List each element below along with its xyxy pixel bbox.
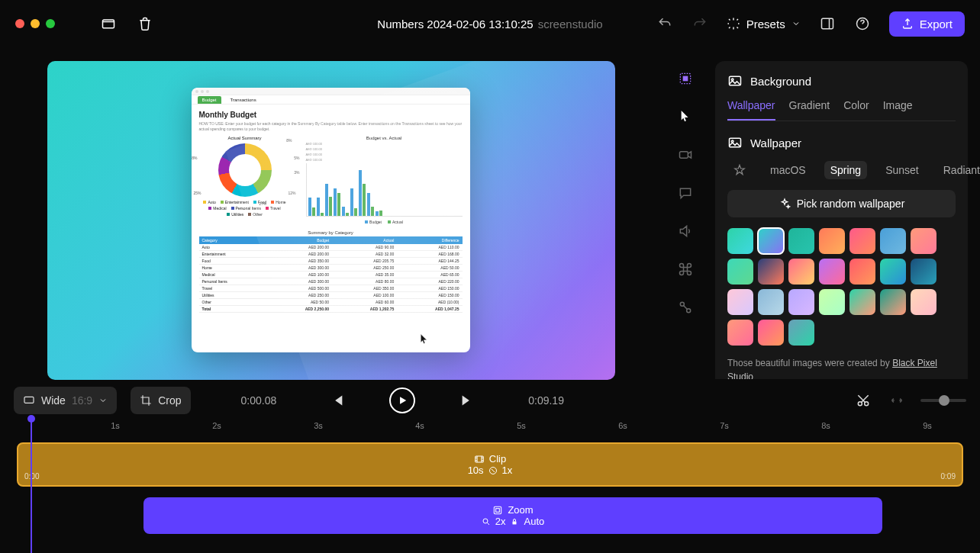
ruler-tick: 5s — [517, 421, 526, 430]
timeline: 1s2s3s4s5s6s7s8s9s Clip 10s 1x 0:00 0:09… — [0, 418, 980, 553]
wallpaper-cat-spring[interactable]: Spring — [824, 161, 867, 179]
crop-icon — [140, 394, 152, 407]
wallpaper-thumb[interactable] — [849, 259, 875, 285]
aspect-ratio-button[interactable]: Wide 16:9 — [14, 387, 117, 414]
donut-labels: 28% 8% 5% 3% 12% 17% 25% — [192, 134, 300, 206]
wallpaper-thumb[interactable] — [788, 228, 814, 254]
zoom-track: Zoom 2x Auto — [14, 497, 966, 535]
playhead[interactable] — [31, 418, 32, 553]
wallpaper-thumb[interactable] — [788, 259, 814, 285]
pick-random-button[interactable]: Pick random wallpaper — [727, 190, 956, 217]
wallpaper-cat-macos[interactable]: macOS — [764, 161, 812, 179]
speed-icon — [488, 466, 498, 475]
ruler-tick: 6s — [618, 421, 627, 430]
svg-rect-18 — [496, 508, 500, 512]
skip-back-button[interactable] — [327, 391, 347, 410]
wallpaper-thumb[interactable] — [880, 289, 906, 315]
layout-button[interactable] — [819, 15, 836, 32]
export-icon — [901, 18, 914, 30]
inspector-tab-color[interactable]: Color — [843, 99, 869, 121]
close-window-button[interactable] — [15, 19, 24, 28]
wallpaper-thumb[interactable] — [911, 228, 936, 254]
zoom-label: Zoom — [508, 504, 533, 516]
svg-rect-1 — [821, 18, 833, 28]
transport-bar: Wide 16:9 Crop 0:00.08 0:09.19 — [0, 385, 980, 416]
zoom-fit-button[interactable] — [887, 391, 907, 410]
wallpaper-thumb[interactable] — [819, 289, 845, 315]
star-icon — [733, 164, 746, 176]
svg-rect-17 — [495, 506, 501, 513]
wallpaper-categories: macOSSpringSunsetRadiant — [727, 161, 956, 179]
canvas-area: Budget Transactions Monthly Budget HOW T… — [0, 47, 662, 379]
zoom-block[interactable]: Zoom 2x Auto — [143, 497, 882, 534]
titlebar: Numbers 2024-02-06 13:10:25 screenstudio… — [0, 0, 980, 47]
camera-tool[interactable] — [677, 146, 694, 163]
favorites-category[interactable] — [727, 161, 752, 179]
timeline-ruler[interactable]: 1s2s3s4s5s6s7s8s9s — [14, 418, 966, 438]
effects-tool[interactable] — [677, 299, 694, 316]
ruler-tick: 9s — [923, 421, 932, 430]
timeline-zoom-slider[interactable] — [920, 399, 966, 402]
minimize-window-button[interactable] — [31, 19, 40, 28]
bars-legend: Budget Actual — [306, 220, 463, 224]
audio-tool[interactable] — [677, 223, 694, 240]
crop-button[interactable]: Crop — [131, 387, 190, 414]
preview-canvas[interactable]: Budget Transactions Monthly Budget HOW T… — [47, 61, 615, 380]
bar-chart — [306, 163, 463, 217]
wallpaper-thumb[interactable] — [758, 289, 784, 315]
wallpaper-thumb[interactable] — [727, 320, 753, 346]
project-icon[interactable] — [101, 16, 116, 31]
cursor-tool[interactable] — [677, 108, 694, 125]
clip-track: Clip 10s 1x 0:00 0:09 — [14, 442, 966, 488]
wallpaper-thumb[interactable] — [727, 289, 753, 315]
film-icon — [474, 454, 485, 465]
bars-side-values: AED 100.00AED 100.00AED 100.00AED 100.00 — [306, 142, 463, 162]
skip-forward-button[interactable] — [458, 391, 478, 410]
inspector-tab-gradient[interactable]: Gradient — [789, 99, 830, 121]
wallpaper-thumb[interactable] — [849, 228, 875, 254]
wallpaper-thumb[interactable] — [727, 228, 753, 254]
wallpaper-thumb[interactable] — [880, 228, 906, 254]
wallpaper-thumb[interactable] — [819, 259, 845, 285]
sparkle-icon — [779, 198, 791, 210]
inspector-panel: Background WallpaperGradientColorImage W… — [709, 47, 980, 379]
chevron-down-icon — [791, 19, 801, 28]
wallpaper-credit: Those beautiful images were created by B… — [727, 356, 956, 379]
clip-label: Clip — [489, 453, 506, 465]
clip-block[interactable]: Clip 10s 1x 0:00 0:09 — [17, 442, 963, 487]
wallpaper-thumb[interactable] — [880, 259, 906, 285]
wallpaper-thumb[interactable] — [911, 259, 936, 285]
play-button[interactable] — [389, 387, 415, 413]
wallpaper-thumb[interactable] — [849, 289, 875, 315]
budget-table: CategoryBudgetActualDifference AutoAED 2… — [199, 236, 463, 313]
shortcuts-tool[interactable] — [677, 261, 694, 278]
ruler-tick: 2s — [212, 421, 221, 430]
wallpaper-thumb[interactable] — [758, 228, 784, 254]
export-button[interactable]: Export — [889, 11, 965, 37]
redo-button[interactable] — [691, 15, 708, 32]
wallpaper-thumb[interactable] — [758, 259, 784, 285]
wallpaper-thumb[interactable] — [727, 259, 753, 285]
inspector-tab-wallpaper[interactable]: Wallpaper — [727, 99, 775, 121]
undo-button[interactable] — [656, 15, 673, 32]
captions-tool[interactable] — [677, 185, 694, 201]
wallpaper-thumb[interactable] — [788, 320, 814, 346]
wallpaper-thumb[interactable] — [911, 289, 936, 315]
wallpaper-thumb[interactable] — [758, 320, 784, 346]
cursor-overlay — [421, 334, 428, 345]
wallpaper-cat-radiant[interactable]: Radiant — [937, 161, 980, 179]
cut-button[interactable] — [853, 391, 873, 410]
wallpaper-cat-sunset[interactable]: Sunset — [879, 161, 925, 179]
inspector-tab-image[interactable]: Image — [883, 99, 913, 121]
slider-knob[interactable] — [939, 395, 949, 406]
svg-rect-15 — [475, 455, 484, 461]
background-tool[interactable] — [677, 70, 694, 87]
fullscreen-window-button[interactable] — [46, 19, 55, 28]
timecode-current: 0:00.08 — [241, 394, 277, 407]
trash-icon[interactable] — [137, 16, 153, 31]
wallpaper-thumb[interactable] — [788, 289, 814, 315]
doc-heading: Monthly Budget — [199, 111, 463, 119]
presets-button[interactable]: Presets — [727, 17, 801, 31]
wallpaper-thumb[interactable] — [819, 228, 845, 254]
help-button[interactable] — [854, 15, 871, 32]
